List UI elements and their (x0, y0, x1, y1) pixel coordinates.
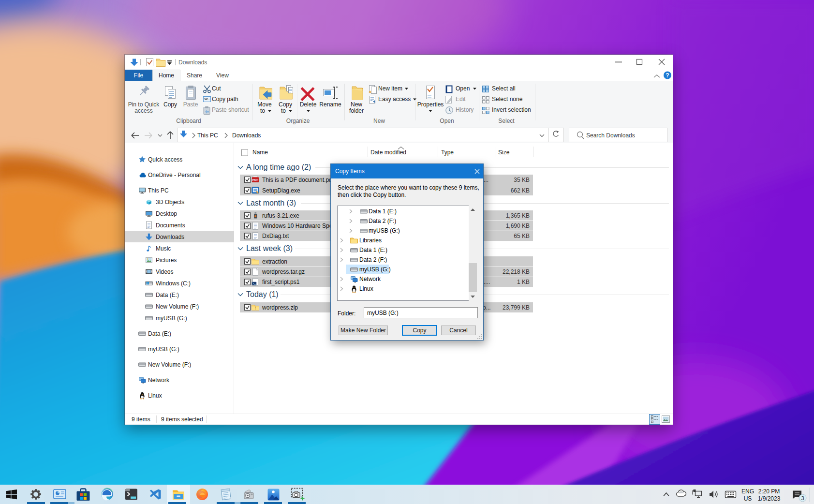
svg-text:?: ? (666, 72, 669, 79)
svg-text:PDF: PDF (252, 178, 259, 181)
svg-text:3: 3 (801, 495, 804, 501)
